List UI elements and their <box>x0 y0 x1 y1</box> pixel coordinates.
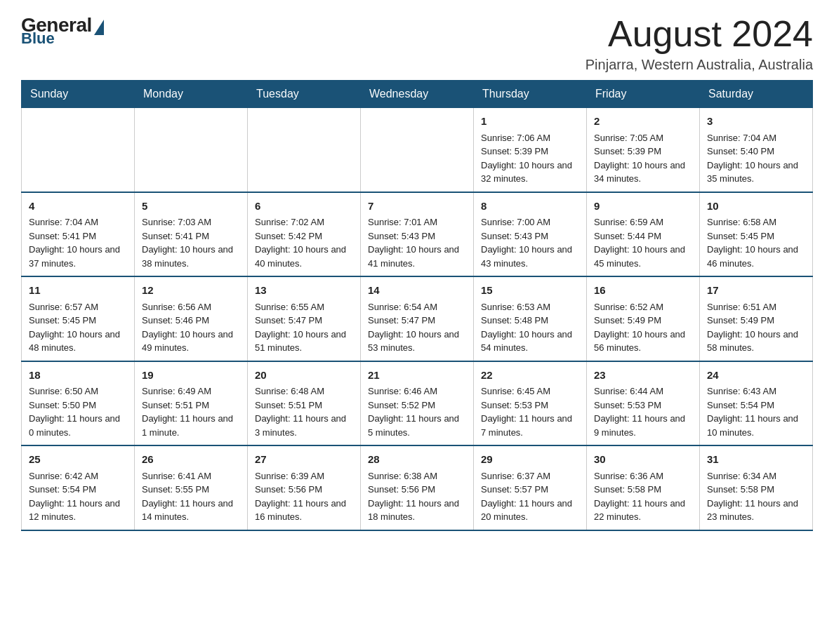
day-number: 24 <box>707 368 805 384</box>
day-info: Sunrise: 7:01 AM Sunset: 5:43 PM Dayligh… <box>368 215 466 270</box>
calendar-table: SundayMondayTuesdayWednesdayThursdayFrid… <box>21 80 813 531</box>
day-info: Sunrise: 6:55 AM Sunset: 5:47 PM Dayligh… <box>255 300 353 355</box>
day-info: Sunrise: 6:45 AM Sunset: 5:53 PM Dayligh… <box>481 384 579 439</box>
calendar-cell: 29Sunrise: 6:37 AM Sunset: 5:57 PM Dayli… <box>474 445 587 530</box>
day-info: Sunrise: 7:06 AM Sunset: 5:39 PM Dayligh… <box>481 131 579 186</box>
calendar-cell: 2Sunrise: 7:05 AM Sunset: 5:39 PM Daylig… <box>587 108 700 192</box>
calendar-cell: 26Sunrise: 6:41 AM Sunset: 5:55 PM Dayli… <box>135 445 248 530</box>
header-day-thursday: Thursday <box>474 81 587 108</box>
calendar-cell <box>22 108 135 192</box>
day-number: 5 <box>142 199 240 215</box>
calendar-cell: 12Sunrise: 6:56 AM Sunset: 5:46 PM Dayli… <box>135 276 248 361</box>
day-number: 15 <box>481 283 579 299</box>
calendar-cell: 13Sunrise: 6:55 AM Sunset: 5:47 PM Dayli… <box>248 276 361 361</box>
calendar-cell: 20Sunrise: 6:48 AM Sunset: 5:51 PM Dayli… <box>248 361 361 446</box>
header-day-friday: Friday <box>587 81 700 108</box>
day-info: Sunrise: 7:04 AM Sunset: 5:41 PM Dayligh… <box>29 215 127 270</box>
day-number: 1 <box>481 114 579 130</box>
calendar-cell <box>135 108 248 192</box>
day-number: 9 <box>594 199 692 215</box>
day-number: 10 <box>707 199 805 215</box>
day-info: Sunrise: 7:00 AM Sunset: 5:43 PM Dayligh… <box>481 215 579 270</box>
calendar-cell: 31Sunrise: 6:34 AM Sunset: 5:58 PM Dayli… <box>700 445 813 530</box>
day-info: Sunrise: 6:36 AM Sunset: 5:58 PM Dayligh… <box>594 469 692 524</box>
day-number: 6 <box>255 199 353 215</box>
day-info: Sunrise: 6:58 AM Sunset: 5:45 PM Dayligh… <box>707 215 805 270</box>
logo: General Blue <box>21 14 104 48</box>
day-info: Sunrise: 6:49 AM Sunset: 5:51 PM Dayligh… <box>142 384 240 439</box>
month-title: August 2024 <box>585 14 813 54</box>
calendar-cell: 18Sunrise: 6:50 AM Sunset: 5:50 PM Dayli… <box>22 361 135 446</box>
calendar-cell: 30Sunrise: 6:36 AM Sunset: 5:58 PM Dayli… <box>587 445 700 530</box>
header-day-monday: Monday <box>135 81 248 108</box>
calendar-week-1: 1Sunrise: 7:06 AM Sunset: 5:39 PM Daylig… <box>22 108 813 192</box>
day-info: Sunrise: 6:41 AM Sunset: 5:55 PM Dayligh… <box>142 469 240 524</box>
day-number: 2 <box>594 114 692 130</box>
day-number: 20 <box>255 368 353 384</box>
calendar-cell: 17Sunrise: 6:51 AM Sunset: 5:49 PM Dayli… <box>700 276 813 361</box>
day-number: 19 <box>142 368 240 384</box>
calendar-cell: 21Sunrise: 6:46 AM Sunset: 5:52 PM Dayli… <box>361 361 474 446</box>
day-number: 18 <box>29 368 127 384</box>
day-number: 11 <box>29 283 127 299</box>
header-day-saturday: Saturday <box>700 81 813 108</box>
calendar-cell: 7Sunrise: 7:01 AM Sunset: 5:43 PM Daylig… <box>361 192 474 277</box>
location-text: Pinjarra, Western Australia, Australia <box>585 57 813 73</box>
day-number: 30 <box>594 452 692 468</box>
day-number: 21 <box>368 368 466 384</box>
calendar-header: SundayMondayTuesdayWednesdayThursdayFrid… <box>22 81 813 108</box>
day-number: 7 <box>368 199 466 215</box>
day-number: 3 <box>707 114 805 130</box>
day-info: Sunrise: 7:02 AM Sunset: 5:42 PM Dayligh… <box>255 215 353 270</box>
calendar-cell: 25Sunrise: 6:42 AM Sunset: 5:54 PM Dayli… <box>22 445 135 530</box>
header-day-tuesday: Tuesday <box>248 81 361 108</box>
logo-blue-text: Blue <box>21 29 55 48</box>
day-number: 14 <box>368 283 466 299</box>
calendar-cell: 5Sunrise: 7:03 AM Sunset: 5:41 PM Daylig… <box>135 192 248 277</box>
calendar-cell: 24Sunrise: 6:43 AM Sunset: 5:54 PM Dayli… <box>700 361 813 446</box>
calendar-cell: 4Sunrise: 7:04 AM Sunset: 5:41 PM Daylig… <box>22 192 135 277</box>
day-number: 26 <box>142 452 240 468</box>
day-info: Sunrise: 6:59 AM Sunset: 5:44 PM Dayligh… <box>594 215 692 270</box>
calendar-cell: 3Sunrise: 7:04 AM Sunset: 5:40 PM Daylig… <box>700 108 813 192</box>
calendar-week-4: 18Sunrise: 6:50 AM Sunset: 5:50 PM Dayli… <box>22 361 813 446</box>
calendar-cell <box>248 108 361 192</box>
day-number: 8 <box>481 199 579 215</box>
day-number: 16 <box>594 283 692 299</box>
day-number: 17 <box>707 283 805 299</box>
title-block: August 2024 Pinjarra, Western Australia,… <box>585 14 813 73</box>
day-info: Sunrise: 6:44 AM Sunset: 5:53 PM Dayligh… <box>594 384 692 439</box>
calendar-week-3: 11Sunrise: 6:57 AM Sunset: 5:45 PM Dayli… <box>22 276 813 361</box>
day-number: 22 <box>481 368 579 384</box>
calendar-cell: 11Sunrise: 6:57 AM Sunset: 5:45 PM Dayli… <box>22 276 135 361</box>
day-info: Sunrise: 6:48 AM Sunset: 5:51 PM Dayligh… <box>255 384 353 439</box>
calendar-week-2: 4Sunrise: 7:04 AM Sunset: 5:41 PM Daylig… <box>22 192 813 277</box>
day-info: Sunrise: 6:50 AM Sunset: 5:50 PM Dayligh… <box>29 384 127 439</box>
calendar-cell: 19Sunrise: 6:49 AM Sunset: 5:51 PM Dayli… <box>135 361 248 446</box>
day-number: 25 <box>29 452 127 468</box>
day-info: Sunrise: 6:57 AM Sunset: 5:45 PM Dayligh… <box>29 300 127 355</box>
calendar-cell: 27Sunrise: 6:39 AM Sunset: 5:56 PM Dayli… <box>248 445 361 530</box>
day-number: 31 <box>707 452 805 468</box>
calendar-cell: 10Sunrise: 6:58 AM Sunset: 5:45 PM Dayli… <box>700 192 813 277</box>
day-info: Sunrise: 7:04 AM Sunset: 5:40 PM Dayligh… <box>707 131 805 186</box>
calendar-cell: 1Sunrise: 7:06 AM Sunset: 5:39 PM Daylig… <box>474 108 587 192</box>
day-info: Sunrise: 6:39 AM Sunset: 5:56 PM Dayligh… <box>255 469 353 524</box>
day-info: Sunrise: 6:43 AM Sunset: 5:54 PM Dayligh… <box>707 384 805 439</box>
day-info: Sunrise: 6:34 AM Sunset: 5:58 PM Dayligh… <box>707 469 805 524</box>
calendar-body: 1Sunrise: 7:06 AM Sunset: 5:39 PM Daylig… <box>22 108 813 530</box>
header-row: SundayMondayTuesdayWednesdayThursdayFrid… <box>22 81 813 108</box>
day-info: Sunrise: 6:51 AM Sunset: 5:49 PM Dayligh… <box>707 300 805 355</box>
header-day-wednesday: Wednesday <box>361 81 474 108</box>
day-number: 13 <box>255 283 353 299</box>
calendar-cell: 9Sunrise: 6:59 AM Sunset: 5:44 PM Daylig… <box>587 192 700 277</box>
day-info: Sunrise: 6:53 AM Sunset: 5:48 PM Dayligh… <box>481 300 579 355</box>
calendar-cell: 28Sunrise: 6:38 AM Sunset: 5:56 PM Dayli… <box>361 445 474 530</box>
logo-triangle-icon <box>94 20 104 35</box>
calendar-cell: 23Sunrise: 6:44 AM Sunset: 5:53 PM Dayli… <box>587 361 700 446</box>
day-number: 12 <box>142 283 240 299</box>
page-header: General Blue August 2024 Pinjarra, Weste… <box>21 14 813 73</box>
calendar-cell <box>361 108 474 192</box>
calendar-cell: 22Sunrise: 6:45 AM Sunset: 5:53 PM Dayli… <box>474 361 587 446</box>
calendar-cell: 14Sunrise: 6:54 AM Sunset: 5:47 PM Dayli… <box>361 276 474 361</box>
